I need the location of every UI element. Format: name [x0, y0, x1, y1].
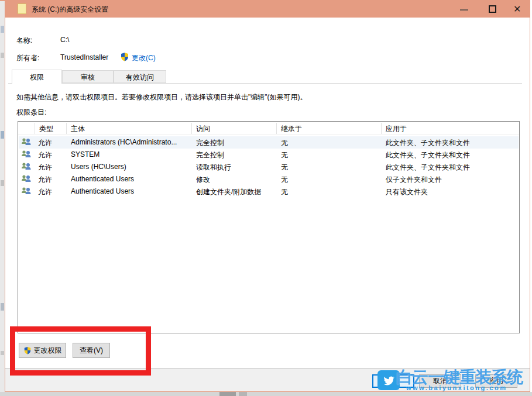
cell-applies: 此文件夹、子文件夹和文件 [386, 138, 470, 148]
cell-applies: 此文件夹、子文件夹和文件 [386, 163, 470, 173]
column-header-applies-to[interactable]: 应用于 [386, 124, 407, 134]
watermark-url: www.baiyunxitong.com [406, 384, 507, 391]
owner-label: 所有者: [16, 53, 39, 63]
column-header-type[interactable]: 类型 [39, 124, 53, 134]
name-label: 名称: [16, 36, 32, 46]
cell-access: 完全控制 [196, 150, 224, 160]
column-header-inherited-from[interactable]: 继承于 [281, 124, 302, 134]
cell-access: 读取和执行 [196, 163, 231, 173]
background-icon-fragment [1, 131, 4, 139]
cell-type: 允许 [38, 138, 52, 148]
uac-shield-icon [120, 52, 129, 61]
view-button[interactable]: 查看(V) [73, 343, 110, 358]
screenshot-root: 系统 (C:)的高级安全设置 ✕ 名称: C:\ 所有者: TrustedIns… [0, 0, 532, 396]
permission-row[interactable]: 允许 Users (HC\Users) 读取和执行 无 此文件夹、子文件夹和文件 [19, 161, 519, 173]
permission-row[interactable]: 允许 Administrators (HC\Administrato... 完全… [19, 136, 519, 149]
instructions-text: 如需其他信息，请双击权限项目。若要修改权限项目，请选择该项目并单击"编辑"(如果… [16, 92, 307, 102]
cell-applies: 仅子文件夹和文件 [386, 175, 442, 185]
background-fragment [219, 392, 236, 396]
users-icon [20, 162, 32, 171]
cell-inherited: 无 [281, 175, 288, 185]
column-separator [381, 123, 382, 134]
cell-principal: Administrators (HC\Administrato... [71, 138, 177, 146]
close-button[interactable]: ✕ [508, 0, 532, 18]
owner-value: TrustedInstaller [60, 53, 108, 61]
background-fragment [239, 392, 247, 396]
cell-type: 允许 [38, 150, 52, 160]
entries-label: 权限条目: [16, 108, 46, 118]
background-window-edge [0, 0, 5, 396]
dialog-title: 系统 (C:)的高级安全设置 [32, 5, 108, 15]
background-icon-fragment [1, 26, 4, 33]
list-header: 类型 主体 访问 继承于 应用于 [18, 122, 519, 135]
permission-entries-list: 类型 主体 访问 继承于 应用于 允许 Administrators (HC\A… [18, 121, 520, 333]
column-header-access[interactable]: 访问 [196, 124, 210, 134]
background-window-bottom [0, 392, 532, 396]
permission-row[interactable]: 允许 SYSTEM 完全控制 无 此文件夹、子文件夹和文件 [19, 149, 519, 161]
tab-effective-access[interactable]: 有效访问 [114, 70, 166, 83]
cell-access: 修改 [196, 175, 210, 185]
background-icon-fragment [1, 303, 4, 311]
permission-row[interactable]: 允许 Authenticated Users 修改 无 仅子文件夹和文件 [19, 173, 519, 185]
tab-auditing[interactable]: 审核 [62, 70, 114, 83]
cell-inherited: 无 [281, 138, 288, 148]
cell-principal: Users (HC\Users) [71, 163, 126, 171]
users-icon [20, 174, 32, 184]
column-separator [66, 123, 67, 134]
column-separator [191, 123, 192, 134]
name-value: C:\ [60, 36, 69, 44]
cell-type: 允许 [38, 163, 52, 173]
uac-shield-icon [23, 346, 32, 354]
minimize-icon [460, 9, 468, 11]
cell-type: 允许 [38, 175, 52, 185]
users-icon [20, 137, 32, 147]
cell-access: 完全控制 [196, 138, 224, 148]
column-separator [276, 123, 277, 134]
cell-inherited: 无 [281, 150, 288, 160]
cell-principal: SYSTEM [71, 150, 99, 159]
cell-applies: 此文件夹、子文件夹和文件 [386, 150, 470, 160]
folder-icon [18, 4, 26, 14]
background-icon-fragment [1, 351, 4, 355]
cell-inherited: 无 [281, 187, 288, 197]
change-owner-link[interactable]: 更改(C) [132, 53, 156, 63]
cell-principal: Authenticated Users [71, 187, 134, 195]
permission-row[interactable]: 允许 Authenticated Users 创建文件夹/附加数据 无 只有该文… [19, 185, 519, 198]
cell-type: 允许 [38, 187, 52, 197]
maximize-button[interactable] [479, 0, 505, 18]
change-permissions-label: 更改权限 [34, 346, 62, 356]
minimize-button[interactable] [451, 0, 477, 18]
background-icon-fragment [1, 180, 4, 186]
background-icon-fragment [1, 53, 4, 58]
cell-applies: 只有该文件夹 [386, 187, 428, 197]
dialog-titlebar: 系统 (C:)的高级安全设置 ✕ [5, 0, 530, 18]
maximize-icon [489, 5, 496, 13]
column-separator [35, 123, 35, 134]
cell-inherited: 无 [281, 163, 288, 173]
tab-permissions[interactable]: 权限 [12, 70, 62, 84]
cell-principal: Authenticated Users [71, 175, 134, 183]
column-header-principal[interactable]: 主体 [71, 124, 85, 134]
cell-access: 创建文件夹/附加数据 [196, 187, 261, 197]
view-button-label: 查看(V) [80, 346, 103, 356]
close-icon: ✕ [513, 4, 521, 15]
users-icon [20, 187, 32, 196]
users-icon [20, 150, 32, 159]
change-permissions-button[interactable]: 更改权限 [19, 343, 66, 358]
